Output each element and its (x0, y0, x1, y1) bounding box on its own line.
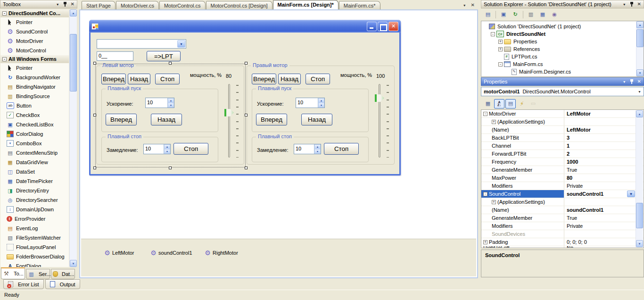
property-row[interactable]: -SoundControlsoundControl1▼ (481, 190, 644, 198)
power-trackbar[interactable] (373, 80, 393, 161)
chevron-down-icon[interactable] (638, 90, 641, 94)
smooth-forward-button[interactable]: Вперед (256, 114, 287, 125)
lpt-port-input[interactable]: 0__ (97, 51, 133, 61)
property-value[interactable]: 80 (564, 174, 644, 182)
properties-toolbar-button[interactable] (483, 99, 493, 108)
tree-expander-icon[interactable]: + (498, 47, 503, 51)
toolbox-item[interactable]: CheckedListBox (0, 120, 69, 129)
scroll-down-icon[interactable]: ▼ (636, 69, 644, 76)
toolbox-item[interactable]: DateTimePicker (0, 176, 69, 186)
toolbox-item[interactable]: ColorDialog (0, 129, 69, 139)
smooth-back-button[interactable]: Назад (151, 114, 182, 125)
chevron-down-icon[interactable]: ▼ (177, 40, 185, 48)
bottom-panel-tab[interactable]: Error List (3, 279, 44, 289)
sound-device-combobox[interactable]: ▼ (97, 39, 186, 49)
toolbox-item[interactable]: FontDialog (0, 261, 69, 267)
spin-down-icon[interactable]: ▼ (168, 103, 174, 108)
properties-toolbar-button[interactable] (517, 99, 527, 108)
document-tab[interactable]: Start Page (82, 1, 116, 9)
scroll-down-icon[interactable]: ▼ (636, 240, 643, 247)
property-row[interactable]: GenerateMemberTrue (481, 214, 644, 222)
toolbox-scrollbar[interactable]: ▲ ▼ (69, 9, 77, 267)
acceleration-numeric-updown[interactable]: 10 ▲ ▼ (296, 98, 325, 108)
property-row[interactable]: (Name)LeftMotor (481, 126, 644, 134)
property-row[interactable]: BackLPTBit3 (481, 134, 644, 142)
selection-handle[interactable] (93, 114, 96, 117)
property-value[interactable]: 3 (564, 134, 644, 142)
trackbar-thumb[interactable] (224, 109, 234, 117)
tree-item[interactable]: LPTPort.cs (481, 53, 644, 60)
property-value[interactable] (564, 230, 644, 238)
scroll-down-icon[interactable]: ▼ (70, 260, 77, 267)
solution-toolbar-button[interactable] (549, 10, 560, 19)
spin-up-icon[interactable]: ▲ (318, 98, 324, 103)
property-row[interactable]: ModifiersPrivate (481, 182, 644, 190)
toolbox-item[interactable]: Pointer (0, 63, 69, 73)
object-selector-combobox[interactable]: motorControl1 DirectSoundNet.MotorContro… (481, 87, 644, 96)
toolbox-item[interactable]: MotorControl (0, 46, 69, 55)
toolbox-item[interactable]: EventLog (0, 224, 69, 233)
property-value[interactable]: LeftMotor (564, 110, 644, 117)
properties-header[interactable]: Properties (481, 77, 644, 86)
spin-up-icon[interactable]: ▲ (314, 144, 321, 149)
property-value[interactable]: soundControl1 (564, 206, 644, 214)
deceleration-numeric-updown[interactable]: 10 ▲ ▼ (294, 144, 321, 154)
tree-expander-icon[interactable]: - (498, 62, 503, 67)
solution-toolbar-button[interactable] (510, 10, 520, 19)
property-row[interactable]: +(ApplicationSettings) (481, 198, 644, 206)
property-expander-icon[interactable]: + (483, 240, 487, 244)
property-value[interactable]: 1000 (564, 158, 644, 166)
toolbox-window-tab[interactable]: To... (1, 267, 25, 279)
toolbox-window-tab[interactable]: Ser... (26, 269, 50, 279)
forward-button[interactable]: Вперед (101, 74, 126, 84)
property-row[interactable]: RightToLeftNo (481, 246, 644, 248)
property-value[interactable]: 1 (564, 142, 644, 150)
tree-item[interactable]: MainForm.Designer.cs (481, 68, 644, 75)
toolbox-item[interactable]: Pointer (0, 17, 69, 27)
designed-form-window[interactable]: ✕ ▼ 0__ =>LPT Левый мотор Вперед Назад С… (89, 20, 401, 175)
toolbox-item[interactable]: DirectoryEntry (0, 186, 69, 195)
property-value[interactable]: LeftMotor (564, 126, 644, 133)
toolbox-group-header[interactable]: -All Windows Forms (0, 55, 69, 63)
toolbox-item[interactable]: MotorDriver (0, 36, 69, 46)
property-row[interactable]: -MotorDriverLeftMotor (481, 110, 644, 118)
acceleration-numeric-updown[interactable]: 10 ▲ ▼ (145, 98, 174, 108)
property-row[interactable]: +(ApplicationSettings) (481, 118, 644, 126)
solution-toolbar-button[interactable] (537, 10, 548, 19)
property-expander-icon[interactable]: - (483, 112, 487, 116)
motor-groupbox[interactable]: Правый мотор Вперед Назад Стоп мощность,… (247, 66, 395, 165)
selection-handle[interactable] (169, 167, 172, 169)
window-menu-icon[interactable] (56, 3, 59, 6)
solution-toolbar-button[interactable] (498, 10, 509, 19)
property-row[interactable]: ModifiersPrivate (481, 222, 644, 230)
property-row[interactable]: SoundDevices (481, 230, 644, 238)
spin-down-icon[interactable]: ▼ (164, 149, 170, 154)
collapse-expander-icon[interactable]: - (2, 57, 7, 61)
tree-expander-icon[interactable]: - (491, 32, 495, 36)
toolbox-item[interactable]: DomainUpDown (0, 205, 69, 214)
selection-handle[interactable] (245, 167, 248, 169)
toolbox-item[interactable]: DataSet (0, 167, 69, 176)
tree-item[interactable]: +References (481, 45, 644, 53)
property-row[interactable]: MaxPower80 (481, 174, 644, 182)
toolbox-item[interactable]: BackgroundWorker (0, 73, 69, 82)
close-icon[interactable] (71, 2, 74, 7)
toolbox-header[interactable]: Toolbox (0, 0, 77, 8)
property-value[interactable]: True (564, 166, 644, 174)
property-value[interactable]: True (564, 214, 644, 222)
toolbox-item[interactable]: ErrorProvider (0, 214, 69, 224)
spin-down-icon[interactable]: ▼ (318, 103, 324, 108)
selection-handle[interactable] (93, 167, 96, 169)
toolbox-group-header[interactable]: -DirectSoundNet Co... (0, 9, 69, 17)
tree-item[interactable]: -DirectSoundNet (481, 30, 644, 38)
property-value[interactable]: 0; 0; 0; 0 (564, 238, 644, 246)
tray-component[interactable]: RightMotor (204, 250, 238, 256)
scroll-up-icon[interactable]: ▲ (70, 9, 77, 17)
property-value[interactable]: soundControl1▼ (564, 190, 644, 198)
toolbox-item[interactable]: BindingSource (0, 92, 69, 101)
property-row[interactable]: Frequency1000 (481, 158, 644, 166)
trackbar-thumb[interactable] (375, 94, 384, 102)
back-button[interactable]: Назад (278, 74, 301, 84)
scrollbar-thumb[interactable] (70, 34, 77, 92)
property-value[interactable]: 2 (564, 150, 644, 158)
